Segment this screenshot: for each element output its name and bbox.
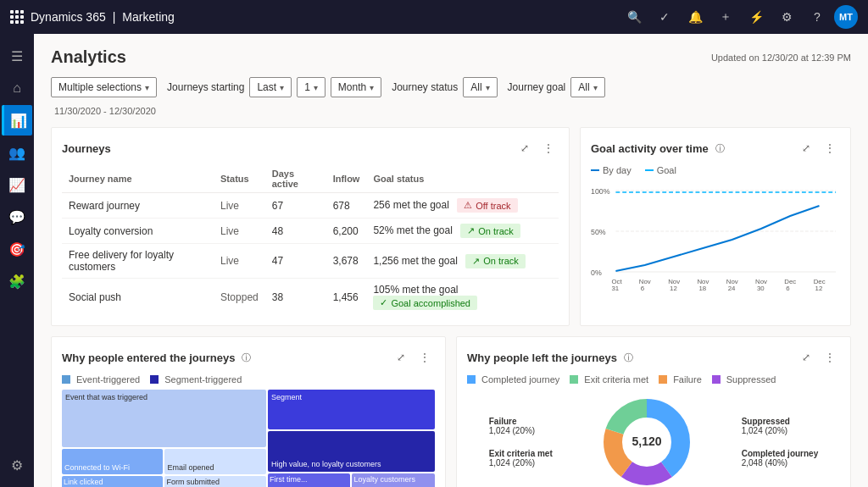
table-row: Loyalty conversion Live 48 6,200 52% met… bbox=[62, 219, 559, 244]
help-icon[interactable]: ? bbox=[804, 3, 831, 30]
failure-swatch bbox=[659, 375, 667, 384]
chevron-down-icon: ▾ bbox=[145, 83, 149, 92]
completed-label-value: 2,048 (40%) bbox=[742, 458, 819, 468]
plus-icon[interactable]: ＋ bbox=[712, 3, 739, 30]
top-cards-grid: Journeys ⤢ ⋮ Journey name Status Days ac… bbox=[51, 127, 851, 326]
sidebar-item-messages[interactable]: 💬 bbox=[2, 202, 32, 232]
search-icon[interactable]: 🔍 bbox=[620, 3, 648, 30]
sidebar-item-analytics[interactable]: 📊 bbox=[2, 105, 32, 136]
cell-journey-name: Free delivery for loyalty customers bbox=[62, 244, 214, 279]
entered-legend: Event-triggered Segment-triggered bbox=[62, 374, 435, 385]
brand-divider: | bbox=[113, 10, 116, 24]
svg-text:12: 12 bbox=[670, 285, 677, 292]
month-filter[interactable]: Month ▾ bbox=[331, 77, 381, 97]
sidebar-item-gear[interactable]: ⚙ bbox=[2, 450, 32, 480]
journey-status-filter[interactable]: All ▾ bbox=[463, 77, 497, 97]
main-content: Analytics Updated on 12/30/20 at 12:39 P… bbox=[34, 34, 868, 487]
filters-row: Multiple selections ▾ Journeys starting … bbox=[51, 77, 851, 97]
treemap-cell-email: Email opened bbox=[164, 449, 265, 474]
treemap-row-bottom: First time... Loyalty customers bbox=[268, 473, 435, 487]
col-goal-status: Goal status bbox=[366, 165, 559, 193]
more-options-icon[interactable]: ⋮ bbox=[538, 138, 559, 158]
filter-icon[interactable]: ⚡ bbox=[743, 3, 770, 30]
event-color-swatch bbox=[62, 375, 70, 384]
legend-failure-label: Failure bbox=[673, 374, 702, 385]
middle-cards-row: Why people entered the journeys ⓘ ⤢ ⋮ Ev… bbox=[51, 336, 851, 487]
multiselect-filter[interactable]: Multiple selections ▾ bbox=[51, 77, 157, 97]
exit-label-value: 1,024 (20%) bbox=[489, 458, 553, 468]
settings-icon[interactable]: ⚙ bbox=[773, 3, 800, 30]
brand-logo: Dynamics 365 | Marketing bbox=[10, 10, 175, 24]
sidebar-item-target[interactable]: 🎯 bbox=[2, 234, 32, 264]
suppressed-label: Suppressed 1,024 (20%) bbox=[742, 417, 819, 435]
updated-timestamp: Updated on 12/30/20 at 12:39 PM bbox=[711, 53, 851, 63]
why-left-card: Why people left the journeys ⓘ ⤢ ⋮ Compl… bbox=[456, 336, 851, 487]
legend-line-goal bbox=[645, 169, 654, 171]
completed-label: Completed journey 2,048 (40%) bbox=[742, 449, 819, 468]
goal-activity-title: Goal activity over time bbox=[591, 142, 709, 155]
legend-line-byday bbox=[591, 169, 599, 171]
cell-inflow: 6,200 bbox=[326, 219, 367, 244]
goal-activity-actions: ⤢ ⋮ bbox=[796, 138, 840, 158]
sidebar-item-puzzle[interactable]: 🧩 bbox=[2, 266, 32, 296]
number-filter[interactable]: 1 ▾ bbox=[297, 77, 326, 97]
journey-goal-filter[interactable]: All ▾ bbox=[570, 77, 604, 97]
legend-by-day: By day bbox=[591, 165, 632, 175]
legend-completed-label: Completed journey bbox=[481, 374, 559, 385]
badge-icon: ↗ bbox=[467, 225, 475, 236]
treemap-row2: Connected to Wi-Fi Email opened bbox=[62, 449, 266, 474]
treemap-row3: Link clicked Form submitted bbox=[62, 476, 266, 487]
donut-svg-container: 5,120 bbox=[596, 391, 698, 487]
legend-exit: Exit criteria met bbox=[570, 374, 648, 385]
treemap-cell-firsttime: First time... bbox=[268, 473, 351, 487]
check-icon[interactable]: ✓ bbox=[651, 3, 678, 30]
svg-text:18: 18 bbox=[698, 285, 706, 292]
top-navigation: Dynamics 365 | Marketing 🔍 ✓ 🔔 ＋ ⚡ ⚙ ? M… bbox=[0, 0, 868, 34]
col-journey-name: Journey name bbox=[62, 165, 214, 193]
why-left-title: Why people left the journeys bbox=[467, 351, 617, 364]
date-range-label: 11/30/2020 - 12/30/2020 bbox=[54, 106, 156, 116]
cell-status: Stopped bbox=[214, 279, 265, 316]
last-filter[interactable]: Last ▾ bbox=[249, 77, 292, 97]
expand-icon[interactable]: ⤢ bbox=[515, 138, 535, 158]
treemap-cell-highvalue: High value, no loyalty customers bbox=[268, 431, 435, 471]
user-avatar[interactable]: MT bbox=[834, 5, 858, 29]
why-entered-actions: ⤢ ⋮ bbox=[391, 347, 435, 368]
legend-failure: Failure bbox=[659, 374, 702, 385]
svg-text:12: 12 bbox=[815, 285, 823, 292]
col-inflow: Inflow bbox=[326, 165, 367, 193]
expand-icon[interactable]: ⤢ bbox=[796, 347, 816, 368]
expand-icon[interactable]: ⤢ bbox=[796, 138, 816, 158]
cell-days: 38 bbox=[265, 279, 326, 316]
journey-goal-label: Journey goal bbox=[508, 81, 566, 93]
why-entered-header: Why people entered the journeys ⓘ ⤢ ⋮ bbox=[62, 347, 435, 368]
suppressed-label-value: 1,024 (20%) bbox=[742, 426, 819, 435]
sidebar-item-chart[interactable]: 📈 bbox=[2, 169, 32, 200]
cell-journey-name: Social push bbox=[62, 279, 214, 316]
sidebar-item-home[interactable]: ⌂ bbox=[2, 73, 32, 103]
cell-goal: 256 met the goal ⚠ Off track bbox=[366, 193, 559, 219]
failure-label: Failure 1,024 (20%) bbox=[489, 417, 553, 435]
page-header: Analytics Updated on 12/30/20 at 12:39 P… bbox=[51, 47, 851, 67]
more-options-icon[interactable]: ⋮ bbox=[820, 347, 840, 368]
cell-days: 48 bbox=[265, 219, 326, 244]
completed-label-title: Completed journey bbox=[742, 449, 819, 458]
bell-icon[interactable]: 🔔 bbox=[682, 3, 709, 30]
more-options-icon[interactable]: ⋮ bbox=[820, 138, 840, 158]
journey-status-group: Journey status All ▾ bbox=[392, 77, 497, 97]
completed-swatch bbox=[467, 375, 476, 384]
table-row: Social push Stopped 38 1,456 105% met th… bbox=[62, 279, 559, 316]
info-icon: ⓘ bbox=[624, 351, 633, 364]
app-grid-icon bbox=[10, 10, 24, 24]
badge-label: Goal accomplished bbox=[391, 298, 470, 308]
sidebar-item-menu[interactable]: ☰ bbox=[2, 41, 32, 71]
legend-event: Event-triggered bbox=[62, 374, 140, 385]
topnav-icon-group: 🔍 ✓ 🔔 ＋ ⚡ ⚙ ? MT bbox=[620, 3, 858, 30]
legend-segment: Segment-triggered bbox=[150, 374, 242, 385]
legend-segment-label: Segment-triggered bbox=[164, 374, 242, 385]
more-options-icon[interactable]: ⋮ bbox=[415, 347, 435, 368]
sidebar-item-contacts[interactable]: 👥 bbox=[2, 137, 32, 168]
suppressed-swatch bbox=[712, 375, 721, 384]
treemap-cell-loyalty: Loyalty customers bbox=[352, 473, 435, 487]
expand-icon[interactable]: ⤢ bbox=[391, 347, 411, 368]
